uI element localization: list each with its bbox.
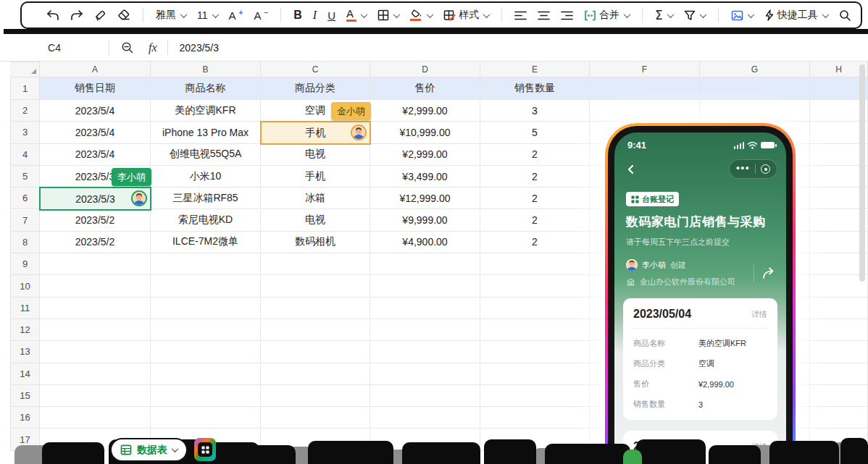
row-header-7[interactable]: 7	[10, 210, 40, 232]
column-header-D[interactable]: D	[370, 62, 480, 77]
cell-B6[interactable]: 三星冰箱RF85	[151, 187, 261, 209]
cell-C4[interactable]: 电视	[261, 144, 370, 166]
font-name-select[interactable]: 雅黑	[156, 9, 186, 22]
cell-B15[interactable]	[151, 385, 261, 407]
cell-style-button[interactable]: 样式	[443, 9, 489, 22]
column-header-A[interactable]: A	[40, 62, 151, 77]
cell-B4[interactable]: 创维电视55Q5A	[151, 144, 261, 166]
cell-D17[interactable]	[370, 429, 480, 451]
align-left-button[interactable]	[514, 11, 527, 20]
cell-C8[interactable]: 数码相机	[261, 232, 370, 253]
cell-D14[interactable]	[370, 363, 480, 385]
cell-B1[interactable]: 商品名称	[151, 77, 261, 100]
row-header-10[interactable]: 10	[10, 275, 40, 297]
row-header-9[interactable]: 9	[10, 253, 40, 275]
cell-B5[interactable]: 小米10	[151, 166, 261, 187]
cell-C9[interactable]	[261, 253, 370, 275]
row-header-1[interactable]: 1	[10, 77, 40, 100]
cell-B2[interactable]: 美的空调KFR	[151, 100, 261, 122]
cell-H17[interactable]	[810, 429, 868, 451]
row-header-8[interactable]: 8	[10, 232, 40, 253]
cell-B14[interactable]	[151, 363, 261, 385]
cell-D9[interactable]	[370, 253, 480, 275]
row-header-15[interactable]: 15	[10, 385, 40, 407]
miniprogram-capsule[interactable]: ●●●	[729, 159, 777, 179]
cell-B11[interactable]	[151, 298, 261, 319]
cell-E10[interactable]	[480, 275, 590, 297]
row-header-16[interactable]: 16	[10, 407, 40, 429]
underline-button[interactable]: U	[327, 9, 335, 22]
cell-E17[interactable]	[480, 429, 590, 451]
cell-A8[interactable]: 2023/5/2	[40, 232, 151, 253]
share-icon[interactable]	[761, 266, 777, 281]
cell-H16[interactable]	[810, 407, 868, 429]
quick-tools-button[interactable]: 快捷工具	[764, 9, 828, 22]
cell-H12[interactable]	[810, 319, 868, 341]
cell-H15[interactable]	[810, 385, 868, 407]
row-header-5[interactable]: 5	[10, 166, 40, 187]
row-header-3[interactable]: 3	[10, 122, 40, 143]
font-color-button[interactable]: A	[346, 9, 367, 22]
redo-button[interactable]	[70, 9, 83, 21]
cell-D15[interactable]	[370, 385, 480, 407]
cell-A4[interactable]: 2023/5/4	[40, 144, 151, 166]
detail-link[interactable]: 详情	[751, 309, 767, 320]
column-header-F[interactable]: F	[590, 62, 700, 77]
cell-D11[interactable]	[370, 298, 480, 319]
cell-B8[interactable]: ILCE-7M2微单	[151, 232, 261, 253]
cell-H14[interactable]	[810, 363, 868, 385]
cell-D4[interactable]: ¥2,999.00	[370, 144, 480, 166]
cell-C7[interactable]: 电视	[261, 210, 370, 232]
cell-A14[interactable]	[40, 363, 151, 385]
cell-B10[interactable]	[151, 275, 261, 297]
cell-B3[interactable]: iPhone 13 Pro Max	[151, 122, 261, 143]
cell-E14[interactable]	[480, 363, 590, 385]
cell-C13[interactable]	[261, 341, 370, 363]
column-header-C[interactable]: C	[261, 62, 370, 77]
increase-font-button[interactable]: A+	[229, 9, 243, 22]
cell-D5[interactable]: ¥3,499.00	[370, 166, 480, 187]
column-header-E[interactable]: E	[480, 62, 590, 77]
cell-E12[interactable]	[480, 319, 590, 341]
cell-C16[interactable]	[261, 407, 370, 429]
column-header-G[interactable]: G	[700, 62, 810, 77]
cell-C14[interactable]	[261, 363, 370, 385]
bold-button[interactable]: B	[293, 9, 302, 22]
align-right-button[interactable]	[561, 11, 573, 20]
column-header-B[interactable]: B	[151, 62, 261, 77]
cell-H13[interactable]	[810, 341, 868, 363]
filter-button[interactable]	[684, 10, 706, 21]
cell-A15[interactable]	[40, 385, 151, 407]
cell-B16[interactable]	[151, 407, 261, 429]
cell-A2[interactable]: 2023/5/4	[40, 100, 151, 122]
row-header-12[interactable]: 12	[10, 319, 40, 341]
cell-F2[interactable]	[590, 100, 700, 122]
cell-C10[interactable]	[261, 275, 370, 297]
row-header-6[interactable]: 6	[10, 187, 40, 209]
cell-B13[interactable]	[151, 341, 261, 363]
cell-A11[interactable]	[40, 298, 151, 319]
cell-E3[interactable]: 5	[480, 122, 590, 143]
undo-button[interactable]	[46, 9, 59, 21]
merge-cells-button[interactable]: 合并	[584, 9, 630, 22]
format-painter-button[interactable]	[94, 9, 107, 22]
remote-selection-c3[interactable]: 手机 金小萌	[260, 121, 371, 145]
cell-D2[interactable]: ¥2,999.00	[370, 100, 480, 122]
back-icon[interactable]	[626, 164, 635, 174]
cell-B9[interactable]	[151, 253, 261, 275]
cell-E7[interactable]: 2	[480, 210, 590, 232]
cell-C15[interactable]	[261, 385, 370, 407]
cell-D1[interactable]: 售价	[370, 77, 480, 100]
cell-G1[interactable]	[700, 77, 810, 100]
italic-button[interactable]: I	[313, 9, 317, 22]
row-header-4[interactable]: 4	[10, 144, 40, 166]
cell-E11[interactable]	[480, 298, 590, 319]
cell-A12[interactable]	[40, 319, 151, 341]
zoom-out-icon[interactable]	[121, 41, 134, 54]
cell-C5[interactable]: 手机	[261, 166, 370, 187]
cell-D8[interactable]: ¥4,900.00	[370, 232, 480, 253]
cell-D7[interactable]: ¥9,999.00	[370, 210, 480, 232]
cell-E15[interactable]	[480, 385, 590, 407]
fx-button[interactable]: fx	[149, 41, 157, 54]
decrease-font-button[interactable]: A−	[254, 9, 268, 22]
